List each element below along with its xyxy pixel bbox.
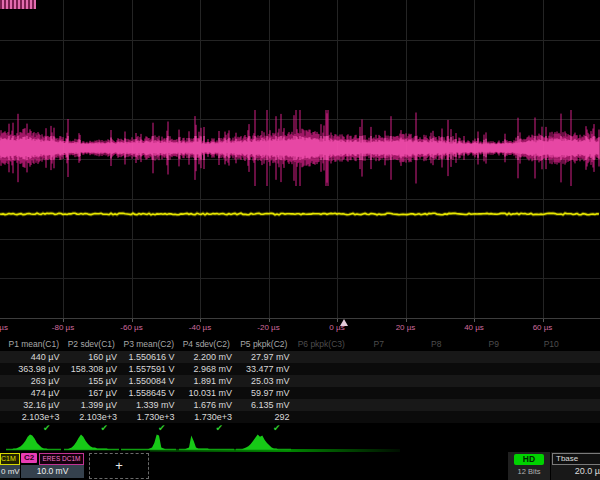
- axis-tick-label: -80 µs: [38, 323, 88, 332]
- param-header-p1[interactable]: P1 mean(C1): [5, 338, 63, 351]
- measurement-value: 1.557591 V: [120, 363, 178, 375]
- axis-tick: [406, 319, 407, 322]
- hd-bits-label: 12 Bits: [508, 467, 550, 476]
- measurement-value: 167 µV: [63, 387, 121, 399]
- axis-tick-label: -60 µs: [107, 323, 157, 332]
- measurement-histicon: [235, 432, 293, 452]
- axis-tick: [63, 319, 64, 322]
- axis-tick-label: 20 µs: [381, 323, 431, 332]
- channel2-chip[interactable]: C2: [21, 453, 37, 463]
- axis-tick: [200, 319, 201, 322]
- axis-tick-label: 0 µs: [312, 323, 362, 332]
- axis-tick-label: -20 µs: [244, 323, 294, 332]
- channel1-descriptor-title[interactable]: C1M: [0, 453, 20, 465]
- screen-annotation-badge: [0, 0, 36, 9]
- channel2-descriptor-value[interactable]: 10.0 mV: [21, 465, 84, 478]
- measurement-value: 2.103e+3: [63, 411, 121, 423]
- measurement-histicon: [63, 432, 121, 452]
- param-header-p9[interactable]: P9: [465, 338, 523, 351]
- measurement-value: 2.200 mV: [178, 351, 236, 363]
- timebase-panel[interactable]: Tbase 20.0 µ: [551, 452, 600, 480]
- measurement-value: 155 µV: [63, 375, 121, 387]
- measurement-value: 59.97 mV: [235, 387, 293, 399]
- graticule-and-traces[interactable]: [0, 0, 600, 318]
- measurement-value: 1.676 mV: [178, 399, 236, 411]
- axis-tick: [337, 319, 338, 322]
- measurement-value: 474 µV: [5, 387, 63, 399]
- measurement-value: 263 µV: [5, 375, 63, 387]
- axis-tick-label: 40 µs: [449, 323, 499, 332]
- axis-tick-label: 60 µs: [518, 323, 568, 332]
- measurement-value: 160 µV: [63, 351, 121, 363]
- param-header-p4[interactable]: P4 sdev(C2): [178, 338, 236, 351]
- measurement-value: 1.558645 V: [120, 387, 178, 399]
- measurement-value: 25.03 mV: [235, 375, 293, 387]
- param-header-p11[interactable]: P11: [580, 338, 600, 351]
- axis-tick: [474, 319, 475, 322]
- axis-line: [0, 318, 600, 319]
- param-header-p7[interactable]: P7: [350, 338, 408, 351]
- timebase-value: 20.0 µ: [552, 466, 600, 476]
- axis-tick: [269, 319, 270, 322]
- param-header-p10[interactable]: P10: [523, 338, 581, 351]
- measurement-value: 6.135 mV: [235, 399, 293, 411]
- measurement-value: 2.103e+3: [5, 411, 63, 423]
- measurement-value: 10.031 mV: [178, 387, 236, 399]
- hd-badge[interactable]: HD: [514, 454, 544, 465]
- channel2-coupling-badge[interactable]: ERES DC1M: [39, 453, 84, 465]
- histogram-icons-row: [0, 432, 600, 452]
- timebase-label: Tbase: [552, 453, 600, 465]
- trigger-position-marker[interactable]: [340, 319, 348, 326]
- measurement-table: P1 mean(C1)440 µV363.98 µV263 µV474 µV32…: [0, 338, 600, 433]
- measurement-value: 2.968 mV: [178, 363, 236, 375]
- oscilloscope-screen: -100 µs-80 µs-60 µs-40 µs-20 µs0 µs20 µs…: [0, 0, 600, 480]
- param-header-p5[interactable]: P5 pkpk(C2): [235, 338, 293, 351]
- measurement-histicon: [5, 432, 63, 452]
- measurement-value: 1.399 µV: [63, 399, 121, 411]
- axis-tick: [543, 319, 544, 322]
- axis-tick-label: -40 µs: [175, 323, 225, 332]
- hd-mode-panel[interactable]: HD 12 Bits: [508, 452, 550, 480]
- param-header-p3[interactable]: P3 mean(C2): [120, 338, 178, 351]
- measurement-value: 32.16 µV: [5, 399, 63, 411]
- axis-tick: [132, 319, 133, 322]
- measurement-value: 27.97 mV: [235, 351, 293, 363]
- axis-tick-label: -100 µs: [0, 323, 20, 332]
- measurement-value: 1.339 mV: [120, 399, 178, 411]
- measurement-value: 1.891 mV: [178, 375, 236, 387]
- param-header-p2[interactable]: P2 sdev(C1): [63, 338, 121, 351]
- c2-trace-core: [0, 136, 599, 160]
- measurement-value: 33.477 mV: [235, 363, 293, 375]
- measurement-value: 158.308 µV: [63, 363, 121, 375]
- channel1-descriptor-value[interactable]: 0 mV: [0, 465, 20, 478]
- measurement-value: 440 µV: [5, 351, 63, 363]
- measurement-value: 1.730e+3: [120, 411, 178, 423]
- measurement-value: 1.550084 V: [120, 375, 178, 387]
- bottom-toolbar: C1M 0 mV C2 ERES DC1M 10.0 mV + HD 12 Bi…: [0, 452, 600, 480]
- measurement-histicon: [178, 432, 236, 452]
- timebase-axis: -100 µs-80 µs-60 µs-40 µs-20 µs0 µs20 µs…: [0, 318, 600, 338]
- measurement-value: 292: [235, 411, 293, 423]
- param-header-p8[interactable]: P8: [408, 338, 466, 351]
- add-trace-button[interactable]: +: [89, 453, 149, 479]
- measurement-value: 1.550616 V: [120, 351, 178, 363]
- measurement-value: 363.98 µV: [5, 363, 63, 375]
- param-header-p6[interactable]: P6 pkpk(C3): [293, 338, 351, 351]
- measurement-value: 1.730e+3: [178, 411, 236, 423]
- measurement-histicon: [120, 432, 178, 452]
